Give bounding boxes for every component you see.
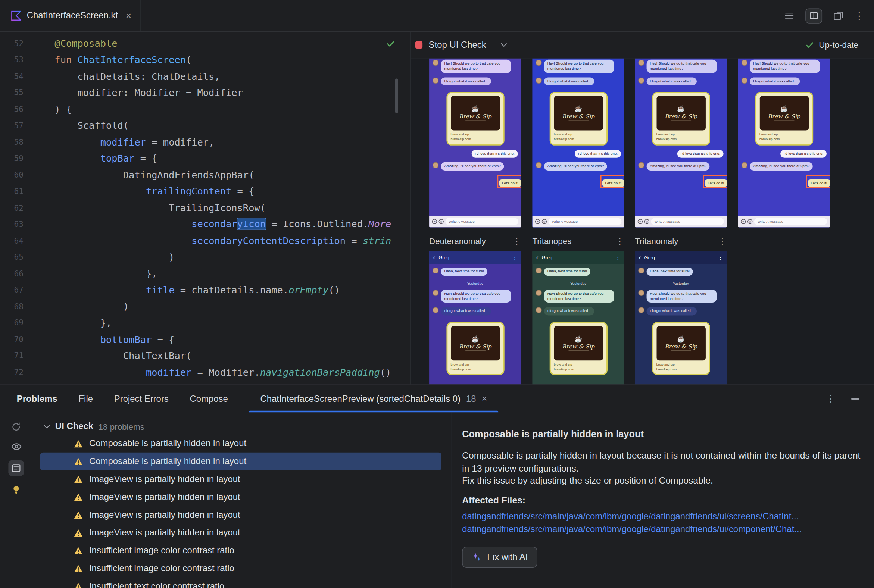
problem-item[interactable]: Composable is partially hidden in layout: [40, 435, 442, 453]
back-icon[interactable]: ‹: [536, 254, 539, 261]
preview-eye-icon[interactable]: [11, 441, 22, 452]
stop-ui-check-button[interactable]: Stop UI Check: [429, 40, 486, 50]
more-options-icon[interactable]: ⋮: [826, 393, 836, 404]
card-link[interactable]: brew&sip.com: [760, 137, 808, 142]
problem-item[interactable]: Insufficient image color contrast ratio: [40, 560, 442, 578]
card-link[interactable]: brew&sip.com: [656, 367, 705, 372]
problems-group-header[interactable]: UI Check 18 problems: [33, 418, 452, 435]
menu-icon[interactable]: ⋮: [616, 255, 620, 260]
problem-item[interactable]: ImageView is partially hidden in layout: [40, 506, 442, 524]
editor-tab[interactable]: ChatInterfaceScreen.kt ×: [0, 0, 141, 32]
close-tab-icon[interactable]: ×: [482, 393, 487, 404]
fix-with-ai-button[interactable]: Fix with AI: [462, 546, 537, 567]
menu-icon[interactable]: ⋮: [512, 255, 517, 260]
card-link[interactable]: brew&sip.com: [451, 367, 500, 372]
brew-sip-card[interactable]: ☕Brew & Sipbrew and sipbrew&sip.com: [446, 92, 504, 145]
code-line[interactable]: 55 modifier: Modifier = Modifier: [0, 84, 410, 101]
code-line[interactable]: 57 Scaffold(: [0, 117, 410, 134]
code-line[interactable]: 68 ): [0, 298, 410, 315]
brew-sip-card[interactable]: ☕Brew & Sipbrew and sipbrew&sip.com: [549, 92, 607, 145]
preview-phone[interactable]: Hey! Should we go to that cafe you menti…: [429, 58, 521, 228]
preview-phone[interactable]: ‹Greg⋮Haha, next time for sure!Yesterday…: [635, 251, 727, 384]
preview-phone[interactable]: Hey! Should we go to that cafe you menti…: [738, 58, 830, 228]
preview-menu-icon[interactable]: ⋮: [718, 236, 727, 246]
preview-phone[interactable]: Hey! Should we go to that cafe you menti…: [532, 58, 624, 228]
message-input[interactable]: Write A Message: [548, 218, 622, 225]
code-line[interactable]: 59 topBar = {: [0, 150, 410, 167]
card-link[interactable]: brew&sip.com: [656, 137, 705, 142]
emoji-icon[interactable]: ☺: [439, 219, 443, 224]
card-link[interactable]: brew&sip.com: [554, 367, 603, 372]
code-line[interactable]: 62 TrailingIconsRow(: [0, 200, 410, 216]
affected-file-link[interactable]: datingandfriends/src/main/java/com/ibm/g…: [462, 510, 863, 522]
tab-problems[interactable]: Problems: [17, 394, 57, 404]
tab-compose[interactable]: Compose: [190, 394, 228, 404]
inspections-passed-icon[interactable]: [386, 38, 396, 48]
message-input[interactable]: Write A Message: [445, 218, 518, 225]
preview-menu-icon[interactable]: ⋮: [616, 236, 624, 246]
split-editor-icon[interactable]: [805, 8, 822, 23]
emoji-icon[interactable]: ☺: [644, 219, 649, 224]
add-icon[interactable]: +: [638, 219, 643, 224]
close-tab-icon[interactable]: ×: [126, 11, 131, 20]
problems-view-icon[interactable]: [8, 460, 24, 476]
code-line[interactable]: 73 onAddClick = {}: [0, 380, 410, 384]
add-icon[interactable]: +: [432, 219, 437, 224]
code-line[interactable]: 58 modifier = modifier,: [0, 134, 410, 150]
problem-item[interactable]: Composable is partially hidden in layout: [40, 453, 442, 471]
menu-icon[interactable]: ⋮: [718, 255, 723, 260]
code-line[interactable]: 56) {: [0, 101, 410, 117]
emoji-icon[interactable]: ☺: [542, 219, 547, 224]
preview-phone[interactable]: ‹Greg⋮Haha, next time for sure!Yesterday…: [429, 251, 521, 384]
code-line[interactable]: 64 secondaryContentDescription = strin: [0, 232, 410, 249]
code-line[interactable]: 65 ): [0, 249, 410, 265]
card-link[interactable]: brew&sip.com: [554, 137, 603, 142]
card-link[interactable]: brew&sip.com: [451, 137, 500, 142]
code-line[interactable]: 54 chatDetails: ChatDetails,: [0, 68, 410, 84]
problem-item[interactable]: ImageView is partially hidden in layout: [40, 488, 442, 506]
problem-item[interactable]: ImageView is partially hidden in layout: [40, 524, 442, 542]
chevron-down-icon[interactable]: [501, 43, 508, 46]
tab-file[interactable]: File: [78, 394, 93, 404]
editor-scrollbar[interactable]: [395, 79, 398, 113]
problem-item[interactable]: ImageView is partially hidden in layout: [40, 471, 442, 488]
brew-sip-card[interactable]: ☕Brew & Sipbrew and sipbrew&sip.com: [446, 322, 504, 375]
add-icon[interactable]: +: [741, 219, 746, 224]
message-input[interactable]: Write A Message: [754, 218, 827, 225]
structure-icon[interactable]: [784, 10, 794, 21]
problem-item[interactable]: Insufficient image color contrast ratio: [40, 542, 442, 560]
minimize-icon[interactable]: [851, 398, 859, 399]
brew-sip-card[interactable]: ☕Brew & Sipbrew and sipbrew&sip.com: [652, 322, 710, 375]
refresh-icon[interactable]: [11, 421, 22, 432]
brew-sip-card[interactable]: ☕Brew & Sipbrew and sipbrew&sip.com: [549, 322, 607, 375]
emoji-icon[interactable]: ☺: [748, 219, 752, 224]
more-options-icon[interactable]: ⋮: [854, 10, 864, 21]
add-icon[interactable]: +: [535, 219, 540, 224]
code-line[interactable]: 63 secondaryIcon = Icons.Outlined.More: [0, 216, 410, 232]
code-line[interactable]: 69 },: [0, 315, 410, 331]
code-line[interactable]: 67 title = chatDetails.name.orEmpty(): [0, 282, 410, 298]
code-line[interactable]: 61 trailingContent = {: [0, 183, 410, 200]
preview-menu-icon[interactable]: ⋮: [512, 236, 521, 246]
code-line[interactable]: 72 modifier = Modifier.navigationBarsPad…: [0, 364, 410, 380]
lightbulb-icon[interactable]: [11, 484, 22, 495]
code-editor[interactable]: 52@Composable53fun ChatInterfaceScreen(5…: [0, 32, 410, 384]
brew-sip-card[interactable]: ☕Brew & Sipbrew and sipbrew&sip.com: [652, 92, 710, 145]
code-line[interactable]: 71 ChatTextBar(: [0, 347, 410, 364]
brew-sip-card[interactable]: ☕Brew & Sipbrew and sipbrew&sip.com: [755, 92, 813, 145]
back-icon[interactable]: ‹: [433, 254, 435, 261]
preview-phone[interactable]: Hey! Should we go to that cafe you menti…: [635, 58, 727, 228]
tab-preview-problems[interactable]: ChatInterfaceScreenPreview (sortedChatDe…: [249, 385, 499, 412]
code-line[interactable]: 52@Composable: [0, 35, 410, 51]
message-input[interactable]: Write A Message: [651, 218, 724, 225]
code-line[interactable]: 60 DatingAndFriendsAppBar(: [0, 167, 410, 183]
problem-item[interactable]: Insufficient text color contrast ratio: [40, 577, 442, 588]
layout-preview-icon[interactable]: [833, 10, 843, 21]
code-line[interactable]: 53fun ChatInterfaceScreen(: [0, 51, 410, 68]
code-line[interactable]: 70 bottomBar = {: [0, 331, 410, 347]
code-line[interactable]: 66 },: [0, 265, 410, 282]
tab-project-errors[interactable]: Project Errors: [114, 394, 169, 404]
affected-file-link[interactable]: datingandfriends/src/main/java/com/ibm/g…: [462, 522, 863, 535]
back-icon[interactable]: ‹: [639, 254, 641, 261]
preview-canvas[interactable]: Hey! Should we go to that cafe you menti…: [411, 58, 874, 385]
